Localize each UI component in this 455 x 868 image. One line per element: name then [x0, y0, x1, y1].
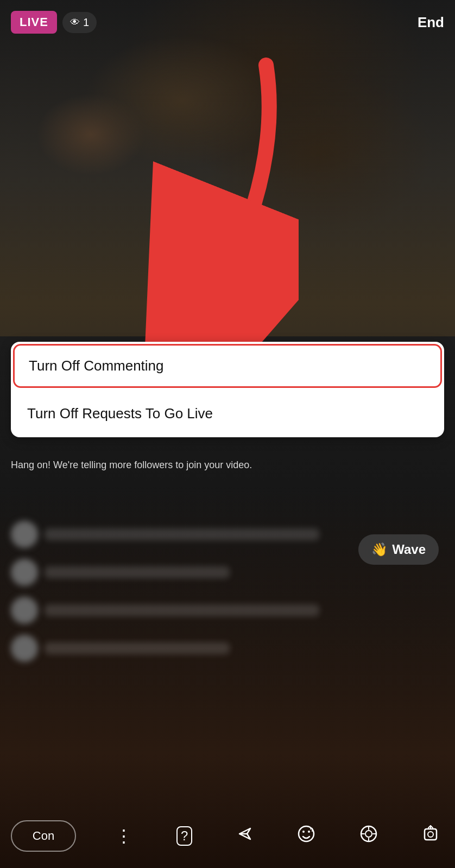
comment-row-2 [11, 559, 319, 586]
svg-point-3 [308, 831, 310, 833]
flip-camera-button[interactable] [417, 820, 444, 852]
comment-text-2 [45, 566, 230, 578]
eye-icon: 👁 [70, 17, 80, 28]
flip-camera-icon [421, 825, 440, 847]
comment-row-4 [11, 635, 319, 662]
comment-row-1 [11, 521, 319, 548]
comment-avatar-1 [11, 521, 38, 548]
effects-button[interactable] [355, 820, 382, 852]
notification-bar: Hang on! We're telling more followers to… [11, 458, 444, 472]
more-options-button[interactable]: ⋮ [111, 821, 137, 851]
comments-area [11, 521, 319, 673]
emoji-face-icon [297, 825, 315, 847]
effects-icon [359, 825, 378, 847]
turn-off-commenting-item[interactable]: Turn Off Commenting [13, 344, 442, 388]
more-icon: ⋮ [115, 826, 132, 846]
cat-video-overlay [0, 0, 455, 336]
viewer-number: 1 [83, 16, 89, 29]
screen: LIVE 👁 1 End Turn Off Commenting Turn Of… [0, 0, 455, 868]
comment-input-button[interactable]: Con [11, 820, 76, 852]
send-button[interactable] [232, 821, 258, 851]
svg-point-5 [365, 831, 372, 837]
question-button[interactable]: ? [172, 822, 197, 850]
comment-text-4 [45, 642, 230, 654]
turn-off-requests-item[interactable]: Turn Off Requests To Go Live [11, 390, 444, 437]
notification-text: Hang on! We're telling more followers to… [11, 459, 252, 470]
question-icon: ? [176, 826, 192, 846]
emoji-face-button[interactable] [293, 820, 320, 852]
top-left: LIVE 👁 1 [11, 11, 97, 34]
wave-emoji: 👋 [371, 542, 388, 557]
wave-label: Wave [392, 542, 426, 557]
comment-avatar-3 [11, 597, 38, 624]
bottom-toolbar: Con ⋮ ? [0, 820, 455, 852]
end-button[interactable]: End [418, 14, 444, 31]
svg-point-6 [428, 832, 433, 837]
wave-button[interactable]: 👋 Wave [358, 534, 439, 565]
comment-avatar-2 [11, 559, 38, 586]
send-icon [236, 825, 254, 847]
top-bar: LIVE 👁 1 End [0, 11, 455, 34]
viewer-count: 👁 1 [62, 12, 97, 33]
comment-avatar-4 [11, 635, 38, 662]
comment-text-3 [45, 604, 319, 616]
comment-row-3 [11, 597, 319, 624]
comment-text-1 [45, 528, 319, 540]
live-badge: LIVE [11, 11, 57, 34]
dropdown-menu: Turn Off Commenting Turn Off Requests To… [11, 342, 444, 437]
svg-point-2 [302, 831, 305, 833]
